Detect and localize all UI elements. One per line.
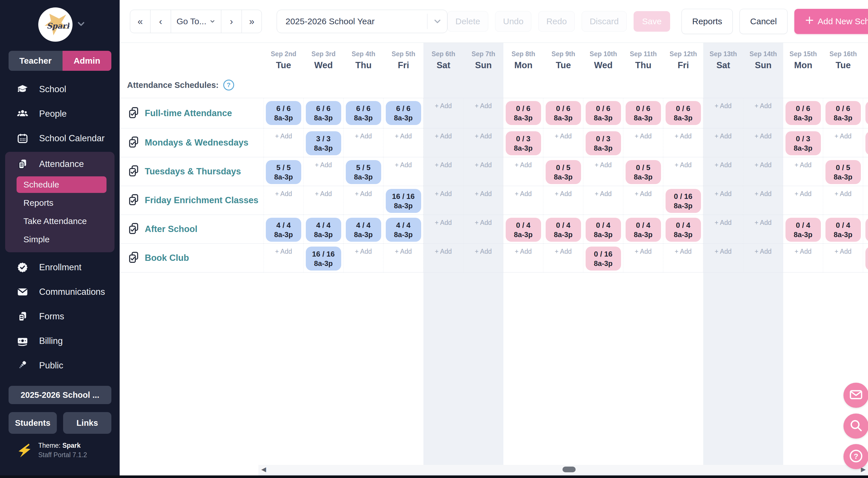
sidebar-item-school[interactable]: School: [0, 77, 120, 102]
add-attendance-link[interactable]: + Add: [264, 132, 303, 140]
sidebar-item-people[interactable]: People: [0, 102, 120, 126]
help-fab-button[interactable]: ?: [843, 444, 868, 469]
add-attendance-link[interactable]: + Add: [463, 102, 503, 110]
attendance-pill[interactable]: 5 / 5 8a-3p: [346, 160, 381, 184]
add-attendance-link[interactable]: + Add: [544, 132, 583, 140]
attendance-pill[interactable]: 0 / 6 8a-3p: [626, 101, 661, 125]
attendance-pill[interactable]: 0 / 5 8a-3p: [546, 160, 581, 184]
sidebar-subitem-reports[interactable]: Reports: [17, 195, 106, 211]
add-attendance-link[interactable]: + Add: [343, 190, 383, 198]
add-attendance-link[interactable]: + Add: [424, 102, 463, 110]
mail-fab-button[interactable]: [843, 383, 868, 408]
sidebar-subitem-schedule[interactable]: Schedule: [17, 177, 106, 193]
add-attendance-link[interactable]: + Add: [823, 190, 863, 198]
cancel-button[interactable]: Cancel: [740, 9, 787, 34]
add-attendance-link[interactable]: + Add: [544, 190, 583, 198]
add-attendance-link[interactable]: + Add: [583, 190, 623, 198]
add-attendance-link[interactable]: + Add: [424, 132, 463, 140]
add-attendance-link[interactable]: + Add: [783, 161, 823, 169]
add-attendance-link[interactable]: + Add: [424, 248, 463, 255]
add-attendance-link[interactable]: + Add: [743, 102, 783, 110]
add-attendance-link[interactable]: + Add: [503, 190, 543, 198]
sidebar-item-attendance[interactable]: Attendance: [5, 152, 115, 177]
pager-previous-button[interactable]: ‹: [150, 10, 171, 33]
add-attendance-link[interactable]: + Add: [663, 132, 703, 140]
attendance-pill[interactable]: 0 / 3 8a-3p: [506, 131, 541, 155]
sidebar-subitem-take-attendance[interactable]: Take Attendance: [17, 213, 106, 229]
attendance-pill[interactable]: 5 / 5 8a-3p: [266, 160, 301, 184]
attendance-pill[interactable]: 0 / 4 8a-3p: [826, 218, 861, 242]
add-attendance-link[interactable]: + Add: [463, 161, 503, 169]
attendance-pill[interactable]: 0 / 16 8a-3p: [586, 247, 621, 270]
reports-button[interactable]: Reports: [682, 9, 733, 34]
sidebar-item-school-calendar[interactable]: School Calendar: [0, 126, 120, 151]
attendance-pill[interactable]: [865, 218, 868, 242]
attendance-pill[interactable]: 3 / 3 8a-3p: [306, 131, 341, 155]
attendance-pill[interactable]: 0 / 4 8a-3p: [785, 218, 821, 242]
delete-button[interactable]: Delete: [447, 11, 488, 32]
attendance-pill[interactable]: 0 / 4 8a-3p: [546, 218, 581, 242]
attendance-pill[interactable]: 4 / 4 8a-3p: [306, 218, 341, 242]
school-year-button[interactable]: 2025-2026 School ...: [8, 386, 111, 404]
add-attendance-link[interactable]: + Add: [783, 248, 823, 255]
add-attendance-link[interactable]: + Add: [343, 132, 383, 140]
schedule-link-full-time-attendance[interactable]: Full-time Attendance: [145, 108, 232, 119]
attendance-pill[interactable]: 0 / 3 8a-3p: [785, 131, 821, 155]
add-attendance-link[interactable]: + Add: [424, 190, 463, 198]
attendance-pill[interactable]: 0 / 4 8a-3p: [506, 218, 541, 242]
add-attendance-link[interactable]: + Add: [743, 132, 783, 140]
add-attendance-link[interactable]: + Add: [623, 190, 663, 198]
sidebar-item-public[interactable]: Public: [0, 353, 120, 378]
schedule-link-tuesdays-thursdays[interactable]: Tuesdays & Thursdays: [145, 166, 241, 177]
add-attendance-link[interactable]: + Add: [424, 161, 463, 169]
add-attendance-link[interactable]: + Add: [663, 248, 703, 255]
add-attendance-link[interactable]: + Add: [703, 132, 743, 140]
help-icon[interactable]: ?: [223, 79, 234, 91]
attendance-pill[interactable]: 0 / 4 8a-3p: [626, 218, 661, 242]
attendance-pill[interactable]: 4 / 4 8a-3p: [386, 218, 421, 242]
attendance-pill[interactable]: 16 / 16 8a-3p: [386, 189, 421, 213]
attendance-pill[interactable]: 16 / 16 8a-3p: [306, 247, 341, 270]
add-attendance-link[interactable]: + Add: [304, 190, 343, 198]
schedule-link-book-club[interactable]: Book Club: [145, 253, 189, 263]
attendance-pill[interactable]: 4 / 4 8a-3p: [266, 218, 301, 242]
attendance-pill[interactable]: 0 / 6 8a-3p: [506, 101, 541, 125]
sidebar-subitem-simple[interactable]: Simple: [17, 231, 106, 248]
sidebar-item-billing[interactable]: Billing: [0, 329, 120, 353]
attendance-pill[interactable]: 0 / 16 8a-3p: [665, 189, 701, 213]
teacher-toggle[interactable]: Teacher: [8, 51, 63, 71]
search-fab-button[interactable]: [843, 414, 868, 439]
add-new-schedule-button[interactable]: Add New Schedule: [794, 9, 868, 34]
add-attendance-link[interactable]: + Add: [703, 102, 743, 110]
add-attendance-link[interactable]: + Add: [463, 132, 503, 140]
school-year-select[interactable]: 2025-2026 School Year: [277, 10, 447, 33]
attendance-pill[interactable]: 0 / 6 8a-3p: [826, 101, 861, 125]
add-attendance-link[interactable]: + Add: [743, 219, 783, 227]
attendance-pill[interactable]: 0 / 6 8a-3p: [586, 101, 621, 125]
add-attendance-link[interactable]: + Add: [503, 248, 543, 255]
add-attendance-link[interactable]: + Add: [463, 248, 503, 255]
horizontal-scrollbar[interactable]: ◀ ▶: [258, 465, 868, 474]
attendance-pill[interactable]: 0 / 4 8a-3p: [665, 218, 701, 242]
links-button[interactable]: Links: [63, 412, 111, 434]
add-attendance-link[interactable]: + Add: [703, 248, 743, 255]
add-attendance-link[interactable]: + Add: [703, 161, 743, 169]
redo-button[interactable]: Redo: [538, 11, 575, 32]
attendance-pill[interactable]: 0 / 6 8a-3p: [665, 101, 701, 125]
add-attendance-link[interactable]: + Add: [503, 161, 543, 169]
attendance-pill[interactable]: 0 / 6 8a-3p: [785, 101, 821, 125]
pager-first-page-button[interactable]: «: [130, 10, 150, 33]
add-attendance-link[interactable]: + Add: [383, 248, 423, 255]
add-attendance-link[interactable]: + Add: [783, 190, 823, 198]
add-attendance-link[interactable]: + Add: [583, 161, 623, 169]
add-attendance-link[interactable]: + Add: [703, 190, 743, 198]
attendance-pill[interactable]: 0 / 4 8a-3p: [586, 218, 621, 242]
spark-logo[interactable]: Spark: [38, 7, 72, 42]
add-attendance-link[interactable]: + Add: [743, 161, 783, 169]
attendance-pill[interactable]: 0 / 5 8a-3p: [626, 160, 661, 184]
add-attendance-link[interactable]: + Add: [663, 161, 703, 169]
add-attendance-link[interactable]: + Add: [463, 190, 503, 198]
attendance-pill[interactable]: [865, 131, 868, 155]
students-button[interactable]: Students: [8, 412, 57, 434]
add-attendance-link[interactable]: + Add: [383, 132, 423, 140]
